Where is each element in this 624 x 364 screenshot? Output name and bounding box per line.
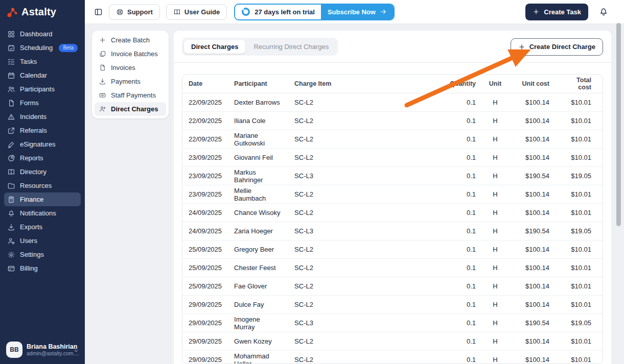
cell-charge-item: SC-L2 xyxy=(288,130,441,149)
sidebar-item-exports[interactable]: Exports xyxy=(4,220,81,234)
cell-unit-cost: $100.14 xyxy=(509,112,556,130)
table-row[interactable]: 25/09/2025 Fae Glover SC-L2 0.1 H $100.1… xyxy=(182,277,603,296)
cell-total-cost: $10.01 xyxy=(556,277,603,296)
cell-unit: H xyxy=(482,277,509,296)
sidebar-item-esignatures[interactable]: eSignatures xyxy=(4,137,81,151)
subnav-item-label: Invoice Batches xyxy=(111,50,158,58)
copy-docs-icon xyxy=(99,50,106,58)
support-button[interactable]: Support xyxy=(109,4,160,20)
cell-date: 24/09/2025 xyxy=(182,204,228,222)
cell-participant: Chester Feest xyxy=(228,259,288,277)
sidebar-item-calendar[interactable]: Calendar xyxy=(4,68,81,82)
cell-total-cost: $19.05 xyxy=(556,222,603,240)
cell-date: 29/09/2025 xyxy=(182,314,228,332)
cell-unit-cost: $100.14 xyxy=(509,93,556,112)
cell-unit: H xyxy=(482,259,509,277)
create-direct-charge-button[interactable]: Create Direct Charge xyxy=(511,38,603,56)
notifications-bell-button[interactable] xyxy=(598,7,609,17)
trial-widget: 27 days left on trial Subscribe Now xyxy=(234,4,395,20)
subnav-item-direct-charges[interactable]: Direct Charges xyxy=(95,102,166,116)
forms-icon xyxy=(7,99,15,107)
cell-date: 25/09/2025 xyxy=(182,277,228,296)
table-row[interactable]: 23/09/2025 Markus Bahringer SC-L3 0.1 H … xyxy=(182,167,603,185)
cell-charge-item: SC-L3 xyxy=(288,314,441,332)
sidebar-item-scheduling[interactable]: Scheduling Beta xyxy=(4,41,81,55)
cell-date: 25/09/2025 xyxy=(182,240,228,259)
tab-direct-charges[interactable]: Direct Charges xyxy=(184,40,245,54)
sidebar-item-label: Exports xyxy=(20,223,42,231)
user-menu[interactable]: BB Briana Bashirian admin@astalty.com...… xyxy=(0,336,85,364)
col-header-total-cost: Total cost xyxy=(556,75,603,93)
cell-total-cost: $10.01 xyxy=(556,259,603,277)
table-row[interactable]: 25/09/2025 Chester Feest SC-L2 0.1 H $10… xyxy=(182,259,603,277)
subnav-item-invoice-batches[interactable]: Invoice Batches xyxy=(95,47,166,61)
subnav-item-staff-payments[interactable]: Staff Payments xyxy=(95,88,166,102)
subnav-item-payments[interactable]: Payments xyxy=(95,75,166,88)
tab-recurring-direct-charges[interactable]: Recurring Direct Charges xyxy=(246,40,336,54)
table-row[interactable]: 24/09/2025 Chance Wisoky SC-L2 0.1 H $10… xyxy=(182,204,603,222)
sidebar-item-label: eSignatures xyxy=(20,140,55,148)
settings-icon xyxy=(7,251,15,259)
cell-date: 23/09/2025 xyxy=(182,149,228,167)
sidebar-toggle-icon[interactable] xyxy=(94,8,103,16)
table-row[interactable]: 23/09/2025 Mellie Baumbach SC-L2 0.1 H $… xyxy=(182,185,603,204)
cash-icon xyxy=(99,91,106,99)
cell-participant: Gwen Kozey xyxy=(228,332,288,351)
sidebar-item-incidents[interactable]: Incidents xyxy=(4,110,81,124)
incidents-icon xyxy=(7,113,15,121)
sidebar-item-resources[interactable]: Resources xyxy=(4,179,81,192)
cell-quantity: 0.1 xyxy=(441,112,482,130)
cell-total-cost: $10.01 xyxy=(556,130,603,149)
sidebar-item-dashboard[interactable]: Dashboard xyxy=(4,27,81,41)
table-row[interactable]: 22/09/2025 Iliana Cole SC-L2 0.1 H $100.… xyxy=(182,112,603,130)
cell-total-cost: $19.05 xyxy=(556,167,603,185)
table-row[interactable]: 29/09/2025 Mohammad Heller SC-L2 0.1 H $… xyxy=(182,351,603,364)
table-row[interactable]: 22/09/2025 Mariane Gutkowski SC-L2 0.1 H… xyxy=(182,130,603,149)
sidebar-item-users[interactable]: Users xyxy=(4,234,81,248)
sidebar-item-notifications[interactable]: Notifications xyxy=(4,206,81,220)
sidebar-item-reports[interactable]: Reports xyxy=(4,151,81,165)
cell-quantity: 0.1 xyxy=(441,93,482,112)
col-header-date: Date xyxy=(182,75,228,93)
cell-unit: H xyxy=(482,185,509,204)
table-row[interactable]: 29/09/2025 Dulce Fay SC-L2 0.1 H $100.14… xyxy=(182,296,603,314)
billing-icon xyxy=(7,264,15,273)
subnav-item-create-batch[interactable]: Create Batch xyxy=(95,33,166,47)
subnav-item-invoices[interactable]: Invoices xyxy=(95,61,166,75)
cell-date: 25/09/2025 xyxy=(182,259,228,277)
col-header-unit: Unit xyxy=(482,75,509,93)
cell-quantity: 0.1 xyxy=(441,222,482,240)
table-row[interactable]: 24/09/2025 Zaria Hoeger SC-L3 0.1 H $190… xyxy=(182,222,603,240)
cell-participant: Gregory Beer xyxy=(228,240,288,259)
sidebar-item-tasks[interactable]: Tasks xyxy=(4,55,81,68)
cell-charge-item: SC-L2 xyxy=(288,332,441,351)
sidebar-item-label: Referrals xyxy=(20,127,47,134)
charges-table: Date Participant Charge Item Quantity Un… xyxy=(182,75,603,364)
sidebar-item-label: Finance xyxy=(20,196,43,203)
sidebar-item-finance[interactable]: Finance xyxy=(4,192,81,206)
sidebar-item-billing[interactable]: Billing xyxy=(4,261,81,275)
sidebar-item-referrals[interactable]: Referrals xyxy=(4,124,81,137)
table-row[interactable]: 22/09/2025 Dexter Barrows SC-L2 0.1 H $1… xyxy=(182,93,603,112)
create-task-button[interactable]: Create Task xyxy=(525,4,588,20)
sidebar-item-directory[interactable]: Directory xyxy=(4,165,81,179)
table-row[interactable]: 29/09/2025 Imogene Murray SC-L3 0.1 H $1… xyxy=(182,314,603,332)
sidebar-item-participants[interactable]: Participants xyxy=(4,82,81,96)
table-row[interactable]: 25/09/2025 Gregory Beer SC-L2 0.1 H $100… xyxy=(182,240,603,259)
trial-status: 27 days left on trial xyxy=(235,5,321,19)
table-row[interactable]: 29/09/2025 Gwen Kozey SC-L2 0.1 H $100.1… xyxy=(182,332,603,351)
scrollbar-thumb[interactable] xyxy=(616,23,621,226)
sidebar-item-settings[interactable]: Settings xyxy=(4,248,81,261)
user-guide-button[interactable]: User Guide xyxy=(166,4,227,20)
subscribe-now-button[interactable]: Subscribe Now xyxy=(321,5,394,19)
cell-total-cost: $10.01 xyxy=(556,204,603,222)
cell-charge-item: SC-L2 xyxy=(288,185,441,204)
create-direct-charge-label: Create Direct Charge xyxy=(529,43,595,51)
sidebar-item-forms[interactable]: Forms xyxy=(4,96,81,110)
referrals-icon xyxy=(7,127,15,135)
sidebar-item-label: Incidents xyxy=(20,113,47,120)
cell-charge-item: SC-L2 xyxy=(288,93,441,112)
sidebar-item-label: Tasks xyxy=(20,58,37,65)
table-row[interactable]: 23/09/2025 Giovanni Feil SC-L2 0.1 H $10… xyxy=(182,149,603,167)
calendar-icon xyxy=(7,71,15,80)
